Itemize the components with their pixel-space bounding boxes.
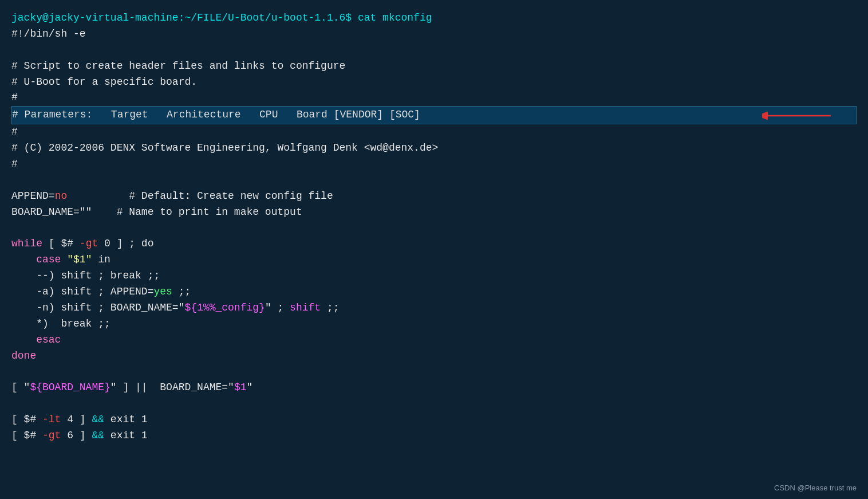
case1-line: --) shift ; break ;; — [11, 268, 857, 284]
shebang-line: #!/bin/sh -e — [11, 26, 857, 42]
done-line: done — [11, 348, 857, 364]
boardcheck-line: [ "${BOARD_NAME}" ] || BOARD_NAME="$1" — [11, 380, 857, 396]
blank-line-2 — [11, 172, 857, 188]
comment-line-1: # Script to create header files and link… — [11, 58, 857, 74]
case3-line: -n) shift ; BOARD_NAME="${1%%_config}" ;… — [11, 300, 857, 316]
append-line: APPEND=no # Default: Create new config f… — [11, 188, 857, 205]
terminal: jacky@jacky-virtual-machine:~/FILE/U-Boo… — [0, 0, 868, 454]
case4-line: *) break ;; — [11, 316, 857, 332]
watermark: CSDN @Please trust me — [774, 484, 857, 492]
boardname-line: BOARD_NAME="" # Name to print in make ou… — [11, 205, 857, 221]
copyright-line: # (C) 2002-2006 DENX Software Engineerin… — [11, 140, 857, 156]
while-line: while [ $# -gt 0 ] ; do — [11, 236, 857, 252]
arrow-svg — [762, 105, 837, 127]
params-line: # Parameters: Target Architecture CPU Bo… — [11, 106, 857, 124]
case2-line: -a) shift ; APPEND=yes ;; — [11, 284, 857, 300]
comment-line-5: # — [11, 156, 857, 172]
comment-line-3: # — [11, 90, 857, 106]
prompt-line: jacky@jacky-virtual-machine:~/FILE/U-Boo… — [11, 10, 857, 26]
blank-line-5 — [11, 396, 857, 412]
blank-line-1 — [11, 42, 857, 58]
case-line: case "$1" in — [11, 252, 857, 268]
esac-line: esac — [11, 332, 857, 348]
blank-line-4 — [11, 364, 857, 380]
comment-line-2: # U-Boot for a specific board. — [11, 74, 857, 91]
arrow-annotation — [762, 105, 837, 132]
ltcheck-line: [ $# -lt 4 ] && exit 1 — [11, 412, 857, 428]
comment-line-4: # — [11, 124, 857, 140]
blank-line-3 — [11, 221, 857, 237]
gtcheck-line: [ $# -gt 6 ] && exit 1 — [11, 428, 857, 444]
